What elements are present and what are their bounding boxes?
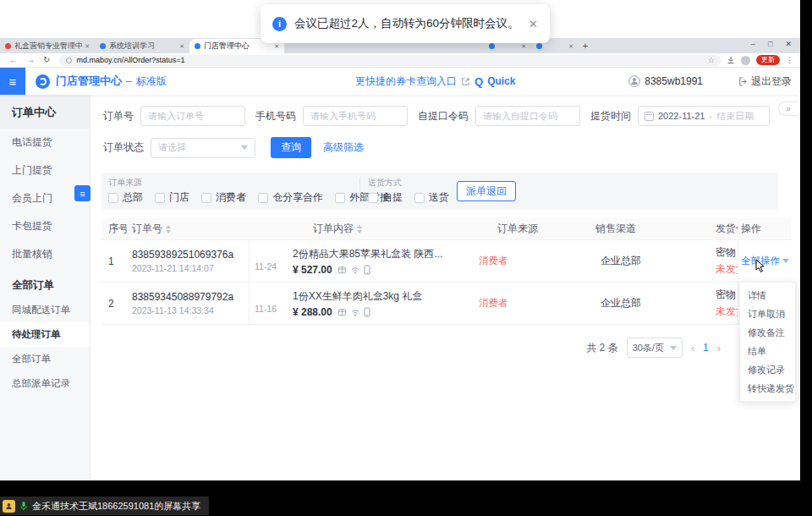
- quick-link[interactable]: 更快捷的券卡查询入口: [355, 74, 457, 89]
- sidebar-item-all-orders[interactable]: 全部订单: [0, 347, 90, 371]
- tab-close-icon[interactable]: ✕: [179, 43, 184, 50]
- close-window-button[interactable]: ✕: [785, 40, 792, 48]
- address-bar[interactable]: md.maboy.cn/AllOrder?status=1 ☆: [59, 55, 721, 66]
- chevron-down-icon: [670, 346, 677, 350]
- logout-button[interactable]: 退出登录: [738, 74, 792, 89]
- sidebar-item-card-pickup[interactable]: 卡包提货: [0, 212, 90, 240]
- main-content: » 订单号 手机号码 自提口令码 提货时间 2022-11-21 - 结束日期: [91, 95, 800, 480]
- sidebar-section-all-orders[interactable]: 全部订单: [0, 268, 90, 298]
- maximize-button[interactable]: □: [768, 40, 772, 48]
- phone-icon: [364, 307, 370, 317]
- calendar-icon: [645, 112, 654, 121]
- tab-close-icon[interactable]: ✕: [85, 43, 90, 50]
- checkbox-consumer[interactable]: 消费者: [201, 190, 246, 205]
- tab-favicon: [489, 43, 495, 49]
- checkbox-icon: [335, 193, 345, 203]
- sort-icon[interactable]: [357, 225, 362, 233]
- back-icon[interactable]: ←: [9, 56, 18, 64]
- menu-item-edit-history[interactable]: 修改记录: [740, 360, 795, 379]
- browser-tab-2[interactable]: 系统培训学习 ✕: [95, 39, 189, 53]
- dispatch-return-button[interactable]: 派单退回: [457, 181, 516, 201]
- page-size-select[interactable]: 30条/页: [627, 338, 683, 358]
- menu-item-to-express[interactable]: 转快递发货: [740, 379, 795, 398]
- chrome-update-button[interactable]: 更新: [756, 55, 780, 65]
- content-icons: [337, 265, 370, 275]
- download-icon[interactable]: [727, 56, 735, 64]
- filter-row-2: 订单状态 请选择 查询 高级筛选: [103, 137, 364, 158]
- cell-source: 消费者: [470, 283, 562, 324]
- sidebar-float-menu-button[interactable]: ≡: [74, 185, 91, 201]
- pickup-code-input[interactable]: [475, 106, 580, 126]
- col-content[interactable]: 订单内容: [286, 222, 470, 236]
- sidebar-item-hq-dispatch-log[interactable]: 总部派单记录: [0, 371, 90, 396]
- toast-message: 会议已超过2人，自动转为60分钟限时会议。: [294, 16, 519, 31]
- browser-profile-avatar[interactable]: [741, 56, 750, 65]
- microphone-icon: [19, 501, 28, 512]
- sidebar-item-batch-verify[interactable]: 批量核销: [0, 240, 90, 268]
- search-button[interactable]: 查询: [271, 137, 311, 158]
- ship-line1: 密物: [716, 245, 738, 260]
- phone-input[interactable]: [303, 106, 408, 126]
- meeting-toast: i 会议已超过2人，自动转为60分钟限时会议。 ✕: [261, 4, 550, 43]
- menu-item-details[interactable]: 详情: [740, 286, 795, 305]
- row-actions-menu: 详情 订单取消 修改备注 结单 修改记录 转快递发货: [739, 282, 796, 402]
- ship-line1: 密物: [716, 288, 738, 302]
- panel-collapse-button[interactable]: »: [778, 102, 798, 116]
- sort-icon[interactable]: [166, 225, 171, 233]
- checkbox-delivery[interactable]: 送货: [414, 190, 449, 205]
- current-page[interactable]: 1: [703, 342, 709, 354]
- minimize-button[interactable]: –: [751, 40, 755, 48]
- hamburger-menu-button[interactable]: ≡: [0, 68, 25, 95]
- date-range-picker[interactable]: 2022-11-21 - 结束日期: [638, 106, 770, 126]
- tab-close-icon[interactable]: ✕: [274, 43, 279, 50]
- cell-content: 2份精品大果85苹果礼盒装 陕西... ¥ 527.00: [286, 240, 470, 282]
- tab-close-icon[interactable]: ✕: [521, 43, 526, 50]
- checkbox-hq[interactable]: 总部: [108, 190, 143, 205]
- site-info-icon[interactable]: [66, 58, 72, 63]
- order-no-input[interactable]: [140, 106, 245, 126]
- new-tab-button[interactable]: +: [579, 41, 592, 51]
- phone-label: 手机号码: [255, 109, 296, 124]
- forward-icon[interactable]: →: [26, 56, 35, 64]
- bookmark-star-icon[interactable]: ☆: [708, 56, 715, 64]
- date-start-value: 2022-11-21: [658, 111, 705, 121]
- tab-close-icon[interactable]: ✕: [568, 43, 573, 50]
- menu-item-cancel-order[interactable]: 订单取消: [740, 305, 795, 323]
- sidebar-item-city-delivery[interactable]: 同城配送订单: [0, 298, 90, 322]
- url-text: md.maboy.cn/AllOrder?status=1: [76, 56, 184, 64]
- sidebar-item-phone-pickup[interactable]: 电话提货: [0, 129, 90, 156]
- quick-brand[interactable]: Quick: [487, 75, 515, 87]
- order-status-select[interactable]: 请选择: [151, 138, 255, 158]
- sidebar-section-order-center[interactable]: 订单中心: [0, 95, 90, 129]
- browser-tab-1[interactable]: 礼盒营销专业管理中心 ✕: [0, 39, 95, 53]
- title-dash: –: [126, 75, 132, 87]
- prev-page-button[interactable]: ‹: [691, 342, 694, 354]
- checkbox-warehouse-share[interactable]: 仓分享合作: [258, 190, 323, 205]
- toast-close-icon[interactable]: ✕: [520, 18, 538, 30]
- browser-toolbar: ← → ↻ md.maboy.cn/AllOrder?status=1 ☆ 更新…: [0, 53, 800, 68]
- browser-menu-icon[interactable]: ⋮: [786, 56, 793, 64]
- checkbox-self-pickup[interactable]: 自提: [368, 190, 403, 205]
- checkbox-store[interactable]: 门店: [155, 190, 189, 205]
- all-actions-dropdown[interactable]: 全部操作: [741, 255, 791, 267]
- menu-item-edit-note[interactable]: 修改备注: [740, 323, 795, 342]
- col-order-no[interactable]: 订单号: [127, 222, 249, 236]
- sidebar-item-door-pickup[interactable]: 上门提货: [0, 156, 90, 184]
- content-icons: [337, 307, 370, 317]
- sidebar-item-pending-orders[interactable]: 待处理订单: [0, 322, 90, 347]
- delivery-method-options: 自提 送货: [368, 190, 461, 205]
- advanced-filter-link[interactable]: 高级筛选: [323, 140, 364, 155]
- cell-order-no: 83859389251069376a 2023-11-21 14:14:07: [127, 240, 249, 282]
- cell-pickup-time: 11-16: [249, 283, 286, 324]
- order-source-label: 订单来源: [108, 177, 142, 189]
- col-label: 订单内容: [313, 222, 354, 236]
- tab-title: 系统培训学习: [109, 41, 177, 52]
- cell-seq: 2: [102, 283, 127, 324]
- menu-item-close-order[interactable]: 结单: [740, 342, 795, 360]
- reload-icon[interactable]: ↻: [43, 56, 50, 64]
- next-page-button[interactable]: ›: [717, 342, 721, 354]
- quick-q-logo[interactable]: Q: [475, 75, 483, 88]
- tab-favicon: [100, 43, 106, 49]
- cell-order-no: 83859345088979792a 2023-11-13 14:33:34: [127, 283, 249, 324]
- quick-entry: 更快捷的券卡查询入口 Q Quick: [355, 74, 515, 89]
